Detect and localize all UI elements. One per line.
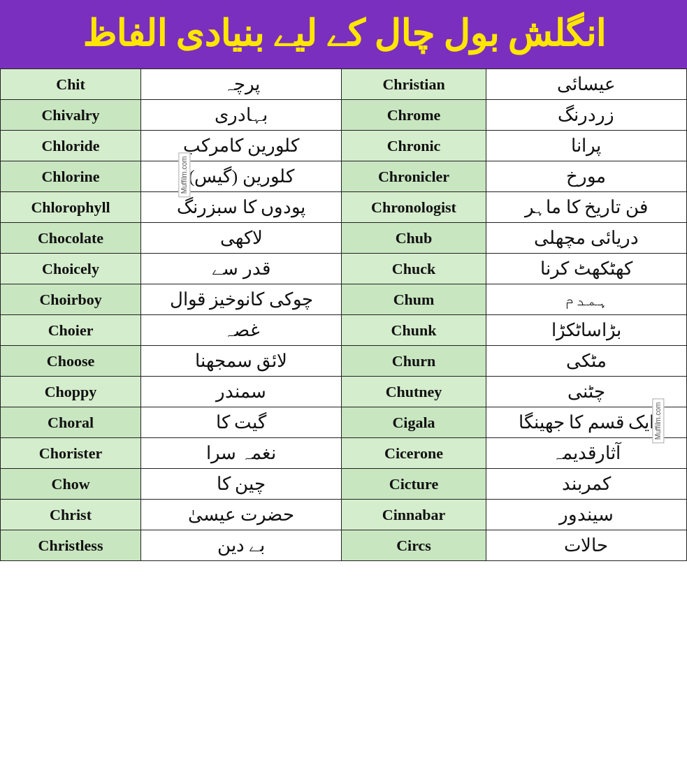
header: انگلش بول چال کے لیے بنیادی الفاظ bbox=[0, 0, 687, 68]
urdu-meaning-right: مورخ bbox=[486, 161, 686, 192]
english-word-right: Chuck bbox=[342, 254, 486, 284]
vocabulary-table: ChitپرچہChristianعیسائیChivalryبہادریChr… bbox=[0, 68, 687, 561]
english-word-right: Cicerone bbox=[342, 438, 486, 469]
urdu-meaning-right: دریائی مچھلی bbox=[486, 223, 686, 254]
english-word-right: Christian bbox=[342, 69, 486, 100]
english-word-right: Chronologist bbox=[342, 192, 486, 223]
english-word-right: Churn bbox=[342, 346, 486, 377]
urdu-meaning-left: سمندر bbox=[141, 377, 342, 407]
english-word-left: Chocolate bbox=[1, 223, 141, 254]
urdu-meaning-right: Muffilm.comایک قسم کا جھینگا bbox=[486, 407, 686, 438]
english-word-right: Cicture bbox=[342, 469, 486, 500]
urdu-meaning-right: مٹکی bbox=[486, 346, 686, 377]
urdu-meaning-right: عیسائی bbox=[486, 69, 686, 100]
urdu-meaning-right: زردرنگ bbox=[486, 100, 686, 131]
urdu-meaning-right: پرانا bbox=[486, 131, 686, 161]
urdu-meaning-right: کمربند bbox=[486, 469, 686, 500]
english-word-right: Cigala bbox=[342, 407, 486, 438]
urdu-meaning-right: حالات bbox=[486, 530, 686, 561]
urdu-meaning-left: غصہ bbox=[141, 315, 342, 346]
english-word-left: Chivalry bbox=[1, 100, 141, 131]
urdu-meaning-right: کھٹکھٹ کرنا bbox=[486, 254, 686, 284]
urdu-meaning-left: بے دین bbox=[141, 530, 342, 561]
english-word-left: Christ bbox=[1, 500, 141, 530]
english-word-right: Chum bbox=[342, 284, 486, 315]
urdu-meaning-left: لائق سمجھنا bbox=[141, 346, 342, 377]
page-wrapper: انگلش بول چال کے لیے بنیادی الفاظ Chitپر… bbox=[0, 0, 687, 561]
urdu-meaning-left: پرچہ bbox=[141, 69, 342, 100]
urdu-meaning-left: Muffilm.comکلورین (گیس) bbox=[141, 161, 342, 192]
urdu-meaning-left: حضرت عیسیٰ bbox=[141, 500, 342, 530]
urdu-meaning-left: گیت کا bbox=[141, 407, 342, 438]
urdu-meaning-left: کلورین کامرکب bbox=[141, 131, 342, 161]
urdu-meaning-left: نغمہ سرا bbox=[141, 438, 342, 469]
urdu-meaning-right: فن تاریخ کا ماہر bbox=[486, 192, 686, 223]
urdu-meaning-left: قدر سے bbox=[141, 254, 342, 284]
english-word-left: Chit bbox=[1, 69, 141, 100]
urdu-meaning-left: لاکھی bbox=[141, 223, 342, 254]
english-word-left: Chow bbox=[1, 469, 141, 500]
english-word-right: Chronicler bbox=[342, 161, 486, 192]
urdu-meaning-left: چین کا bbox=[141, 469, 342, 500]
english-word-right: Chronic bbox=[342, 131, 486, 161]
urdu-meaning-left: بہادری bbox=[141, 100, 342, 131]
english-word-left: Choose bbox=[1, 346, 141, 377]
urdu-meaning-left: چوکی کانوخیز قوال bbox=[141, 284, 342, 315]
header-title: انگلش بول چال کے لیے بنیادی الفاظ bbox=[7, 13, 680, 56]
english-word-left: Chlorophyll bbox=[1, 192, 141, 223]
english-word-left: Choral bbox=[1, 407, 141, 438]
english-word-right: Cinnabar bbox=[342, 500, 486, 530]
english-word-right: Chunk bbox=[342, 315, 486, 346]
english-word-right: Chub bbox=[342, 223, 486, 254]
english-word-right: Chutney bbox=[342, 377, 486, 407]
english-word-left: Christless bbox=[1, 530, 141, 561]
english-word-left: Choirboy bbox=[1, 284, 141, 315]
urdu-meaning-right: سیندور bbox=[486, 500, 686, 530]
english-word-left: Choppy bbox=[1, 377, 141, 407]
english-word-left: Chlorine bbox=[1, 161, 141, 192]
table-container: ChitپرچہChristianعیسائیChivalryبہادریChr… bbox=[0, 68, 687, 561]
english-word-left: Choicely bbox=[1, 254, 141, 284]
urdu-meaning-left: پودوں کا سبزرنگ bbox=[141, 192, 342, 223]
english-word-right: Circs bbox=[342, 530, 486, 561]
english-word-left: Chorister bbox=[1, 438, 141, 469]
english-word-left: Choier bbox=[1, 315, 141, 346]
english-word-right: Chrome bbox=[342, 100, 486, 131]
urdu-meaning-right: ہمدم bbox=[486, 284, 686, 315]
english-word-left: Chloride bbox=[1, 131, 141, 161]
urdu-meaning-right: بڑاساٹکڑا bbox=[486, 315, 686, 346]
